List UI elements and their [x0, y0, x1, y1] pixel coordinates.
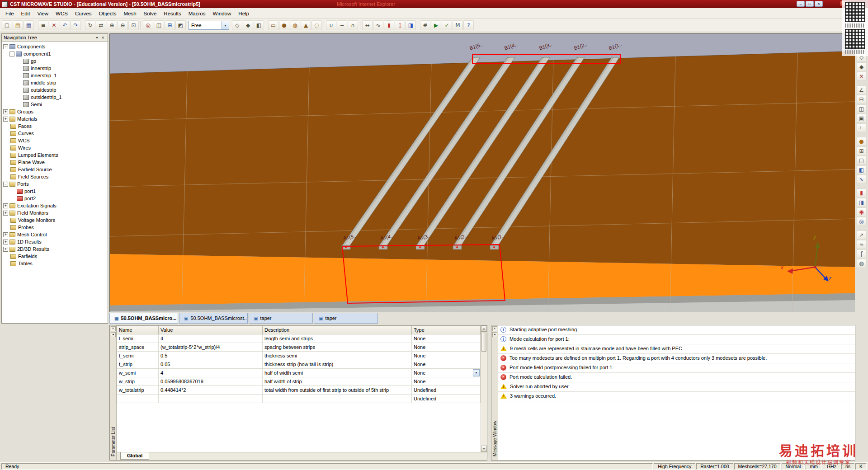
mode-dropdown[interactable]: Free▼: [189, 21, 229, 30]
tree-item-curves[interactable]: Curves: [2, 130, 108, 137]
tree-item-outsidestrip[interactable]: outsidestrip: [2, 86, 108, 94]
pick-face-button[interactable]: ◆: [857, 62, 867, 71]
save-file-button[interactable]: ▦: [24, 20, 34, 30]
expand-icon[interactable]: +: [3, 117, 8, 122]
working-plane-toggle-button[interactable]: ⊞: [165, 20, 175, 30]
probe-tool-button[interactable]: ◉: [857, 207, 867, 216]
material-library-button[interactable]: ●: [857, 137, 867, 146]
parameter-row[interactable]: w_strip0.05995808367019half width of str…: [117, 377, 481, 386]
close-icon[interactable]: ✕: [111, 326, 116, 331]
tree-item-port1[interactable]: port1: [2, 188, 108, 195]
cylinder-shape-button[interactable]: ◍: [290, 20, 300, 30]
collapse-icon[interactable]: ◄: [492, 332, 497, 337]
par-sweep-button[interactable]: ≈: [857, 240, 867, 249]
expand-icon[interactable]: +: [3, 109, 8, 114]
pick-points-button[interactable]: ◇: [232, 20, 242, 30]
type-dropdown-icon[interactable]: ▼: [473, 369, 480, 376]
mesh-settings-button[interactable]: #: [420, 20, 430, 30]
tree-item-innerstrip-1[interactable]: innerstrip_1: [2, 72, 108, 79]
parameter-row[interactable]: Undefined: [117, 395, 481, 403]
boolean-subtract-button[interactable]: −: [337, 20, 347, 30]
tree-item-outsidestrip-1[interactable]: outsidestrip_1: [2, 94, 108, 101]
optimizer-button[interactable]: ↗: [857, 230, 867, 240]
zoom-window-button[interactable]: ⊡: [128, 20, 139, 30]
new-file-button[interactable]: ▢: [2, 20, 12, 30]
pick-faces-button[interactable]: ◧: [254, 20, 264, 30]
boolean-intersect-button[interactable]: ∩: [348, 20, 358, 30]
expand-icon[interactable]: +: [3, 240, 8, 244]
scroll-thumb[interactable]: [481, 333, 486, 352]
discrete-port-button[interactable]: ▯: [395, 20, 405, 30]
isometric-view-button[interactable]: ◩: [175, 20, 186, 30]
menu-help[interactable]: Help: [235, 9, 253, 18]
waveguide-port-button[interactable]: ▮: [384, 20, 394, 30]
menu-wcs[interactable]: WCS: [52, 9, 71, 18]
reset-view-button[interactable]: ◎: [143, 20, 153, 30]
tree-item-field-monitors[interactable]: +Field Monitors: [2, 209, 108, 216]
tree-item-farfields[interactable]: Farfields: [2, 253, 108, 260]
undo-button[interactable]: ↶: [60, 20, 70, 30]
tree-item-component1[interactable]: -component1: [2, 50, 108, 57]
menu-view[interactable]: View: [33, 9, 52, 18]
cutting-plane-button[interactable]: ⊟: [857, 95, 867, 104]
tree-item-middle-strip[interactable]: middle strip: [2, 79, 108, 86]
tree-item-groups[interactable]: +Groups: [2, 108, 108, 115]
parameter-row[interactable]: w_semi4half of width semiNone▼: [117, 369, 481, 377]
tree-item-farfield-source[interactable]: Farfield Source: [2, 166, 108, 173]
expand-icon[interactable]: +: [3, 232, 8, 237]
document-tab-2[interactable]: ▣50.5OHM_BASSmicrost...: [179, 313, 248, 324]
tree-item-innerstrip[interactable]: innerstrip: [2, 65, 108, 72]
expand-icon[interactable]: +: [3, 247, 8, 252]
menu-objects[interactable]: Objects: [95, 9, 120, 18]
result-template-button[interactable]: ◍: [857, 259, 867, 268]
redo-button[interactable]: ↷: [71, 20, 81, 30]
menu-edit[interactable]: Edit: [18, 9, 34, 18]
tree-item-excitation-signals[interactable]: +Excitation Signals: [2, 202, 108, 209]
zoom-in-button[interactable]: ⊕: [107, 20, 117, 30]
select-tool-button[interactable]: ↖: [857, 34, 867, 43]
tree-item-mesh-control[interactable]: +Mesh Control: [2, 231, 108, 238]
cone-shape-button[interactable]: ▲: [301, 20, 311, 30]
param-scrollbar[interactable]: ▲ ▼: [481, 325, 487, 452]
menu-results[interactable]: Results: [160, 9, 184, 18]
close-window-button[interactable]: ✕: [840, 1, 848, 7]
local-wcs-button[interactable]: ∟: [857, 123, 867, 132]
tree-item-components[interactable]: -Components: [2, 43, 108, 50]
menu-file[interactable]: File: [2, 9, 18, 18]
excitation-signal-button[interactable]: ∿: [857, 175, 867, 184]
symmetry-plane-button[interactable]: ◧: [857, 165, 867, 174]
pick-edge-button[interactable]: ◇: [857, 53, 867, 62]
tree-item-field-sources[interactable]: Field Sources: [2, 173, 108, 180]
postprocess-button[interactable]: ƒ: [857, 249, 867, 258]
tree-item-wcs[interactable]: WCS: [2, 137, 108, 144]
collapse-icon[interactable]: -: [3, 44, 8, 49]
wireframe-toggle-button[interactable]: ◫: [154, 20, 164, 30]
tree-item-faces[interactable]: Faces: [2, 122, 108, 130]
close-button[interactable]: ✕: [815, 1, 823, 7]
pick-point-button[interactable]: ◦: [857, 43, 867, 52]
print-button[interactable]: ≡: [38, 20, 48, 30]
param-column-type[interactable]: Type: [412, 326, 481, 334]
close-icon[interactable]: ✕: [492, 326, 497, 331]
close-icon[interactable]: ✕: [100, 36, 106, 40]
tree-item-materials[interactable]: +Materials: [2, 115, 108, 122]
port-tool-button[interactable]: ▮: [857, 188, 867, 197]
tree-item-semi[interactable]: Semi: [2, 101, 108, 108]
minimize-button[interactable]: –: [797, 1, 805, 7]
boolean-add-button[interactable]: ∪: [326, 20, 336, 30]
document-tab-3[interactable]: ▣taper: [249, 313, 313, 324]
maximize-button[interactable]: □: [806, 1, 814, 7]
boundary-box-button[interactable]: ▢: [857, 156, 867, 165]
tree-item-plane-wave[interactable]: Plane Wave: [2, 159, 108, 166]
tree-item-ports[interactable]: -Ports: [2, 180, 108, 188]
menu-curves[interactable]: Curves: [71, 9, 95, 18]
scroll-down-icon[interactable]: ▼: [481, 446, 487, 452]
field-monitor-button[interactable]: ◨: [406, 20, 416, 30]
parameter-row[interactable]: t_semi0.5thickness semiNone: [117, 352, 481, 360]
monitor-tool-button[interactable]: ◨: [857, 198, 867, 207]
torus-shape-button[interactable]: ◌: [311, 20, 322, 30]
check-model-button[interactable]: ✓: [442, 20, 452, 30]
expand-icon[interactable]: +: [3, 211, 8, 216]
zoom-out-button[interactable]: ⊖: [118, 20, 128, 30]
menu-macros[interactable]: Macros: [185, 9, 209, 18]
